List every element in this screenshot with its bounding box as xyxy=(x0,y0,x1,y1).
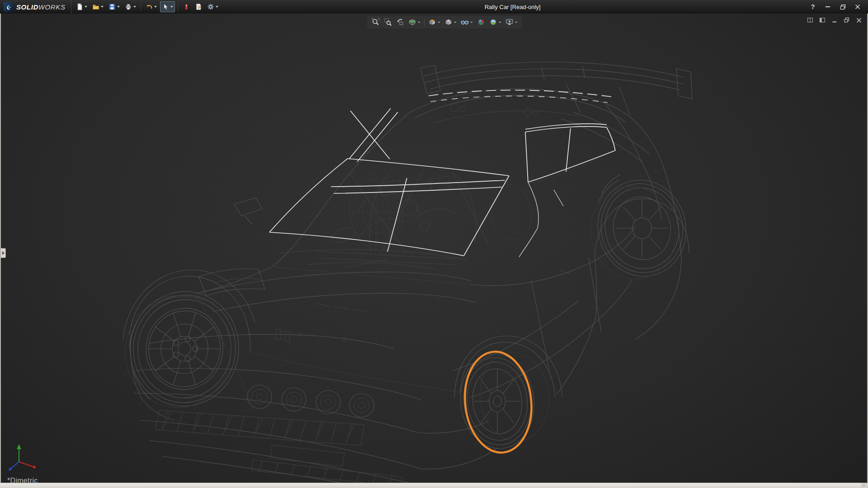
section-view-icon xyxy=(408,18,416,26)
options-gear-icon xyxy=(207,3,214,10)
zoom-to-fit-icon xyxy=(372,18,380,26)
zoom-to-area-icon xyxy=(384,18,392,26)
brand: SOLIDWORKS xyxy=(0,0,71,14)
close-button[interactable] xyxy=(854,3,862,11)
split-pane-button[interactable] xyxy=(807,17,814,24)
restore-button[interactable] xyxy=(839,3,847,11)
dropdown-arrow-icon xyxy=(170,6,173,8)
dropdown-arrow-icon xyxy=(438,22,440,23)
brand-name-bold: SOLID xyxy=(16,3,38,11)
previous-view-button[interactable] xyxy=(396,17,405,27)
dropdown-arrow-icon xyxy=(154,6,157,8)
toolbar-separator xyxy=(178,3,178,11)
dropdown-arrow-icon xyxy=(85,6,87,8)
display-pane-button[interactable] xyxy=(819,17,826,24)
dropdown-arrow-icon xyxy=(117,6,120,8)
section-view-button[interactable] xyxy=(408,17,421,27)
print-icon xyxy=(125,3,132,10)
brand-name-light: WORKS xyxy=(38,3,66,11)
titlebar: SOLIDWORKS xyxy=(0,0,868,14)
print-button[interactable] xyxy=(123,1,138,12)
zoom-to-area-button[interactable] xyxy=(383,17,392,27)
statusbar xyxy=(0,483,868,488)
select-button[interactable] xyxy=(160,1,175,12)
edit-appearance-button[interactable] xyxy=(476,17,486,27)
close-icon xyxy=(855,4,860,9)
car-wheels-group xyxy=(123,171,696,453)
document-window-controls xyxy=(807,17,863,24)
save-button[interactable] xyxy=(107,1,122,12)
dropdown-arrow-icon xyxy=(454,22,457,23)
display-style-button[interactable] xyxy=(444,17,457,27)
doc-close-button[interactable] xyxy=(855,17,863,24)
triad-y-arrow xyxy=(17,444,21,449)
save-icon xyxy=(108,3,116,10)
edit-appearance-icon xyxy=(477,18,485,26)
chevron-right-icon xyxy=(2,251,5,255)
doc-minimize-button[interactable] xyxy=(831,17,838,24)
dropdown-arrow-icon xyxy=(470,22,473,23)
restore-icon xyxy=(840,4,846,10)
help-icon: ? xyxy=(811,3,815,10)
select-cursor-icon xyxy=(162,3,169,10)
split-pane-icon xyxy=(807,17,813,23)
dassault-3ds-logo-icon xyxy=(4,2,13,12)
car-highlight-edges-group xyxy=(269,90,615,258)
close-icon xyxy=(856,17,862,23)
view-settings-button[interactable] xyxy=(505,17,518,27)
wireframe-scene xyxy=(0,14,868,483)
view-settings-icon xyxy=(505,18,514,26)
apply-scene-icon xyxy=(489,18,497,26)
undo-icon xyxy=(146,3,153,10)
options-button[interactable] xyxy=(205,1,220,12)
xpress-products-icon xyxy=(183,3,190,10)
orientation-triad xyxy=(9,444,36,470)
toolbar-separator xyxy=(424,19,425,26)
view-orientation-icon xyxy=(428,18,436,26)
undo-button[interactable] xyxy=(144,1,159,12)
xpress-products-button[interactable] xyxy=(181,1,192,12)
dropdown-arrow-icon xyxy=(499,22,501,23)
dropdown-arrow-icon xyxy=(101,6,104,8)
minimize-button[interactable] xyxy=(824,3,832,11)
solidworks-window: SOLIDWORKS xyxy=(0,0,868,488)
new-document-button[interactable] xyxy=(74,1,89,12)
new-document-icon xyxy=(76,3,83,10)
dropdown-arrow-icon xyxy=(216,6,218,8)
hide-show-items-button[interactable] xyxy=(460,17,473,27)
graphics-viewport[interactable]: *Dimetric xyxy=(0,14,868,483)
help-button[interactable]: ? xyxy=(809,3,817,11)
restore-icon xyxy=(844,17,850,23)
window-controls: ? xyxy=(802,3,868,11)
triad-x-axis xyxy=(19,462,33,467)
minimize-icon xyxy=(831,17,838,23)
file-properties-button[interactable] xyxy=(193,1,204,12)
view-orientation-button[interactable] xyxy=(428,17,441,27)
hide-show-items-icon xyxy=(461,18,469,26)
doc-restore-button[interactable] xyxy=(843,17,850,24)
triad-z-axis xyxy=(11,462,19,469)
file-properties-icon xyxy=(195,3,202,10)
dropdown-arrow-icon xyxy=(418,22,420,23)
dropdown-arrow-icon xyxy=(515,22,518,23)
open-button[interactable] xyxy=(90,1,105,12)
featuremanager-flyout-tab[interactable] xyxy=(1,248,6,258)
headsup-view-toolbar xyxy=(367,16,522,28)
window-title: Rally Car [Read-only] xyxy=(223,4,802,10)
dropdown-arrow-icon xyxy=(133,6,136,8)
zoom-to-fit-button[interactable] xyxy=(371,17,380,27)
main-toolbar xyxy=(71,0,223,14)
car-body-group xyxy=(123,62,692,483)
apply-scene-button[interactable] xyxy=(489,17,502,27)
view-orientation-label: *Dimetric xyxy=(7,477,38,483)
toolbar-separator xyxy=(141,3,141,11)
display-style-icon xyxy=(444,18,453,26)
resize-grip[interactable] xyxy=(861,483,867,487)
minimize-icon xyxy=(826,6,830,7)
brand-name: SOLIDWORKS xyxy=(16,3,66,11)
previous-view-icon xyxy=(396,18,404,26)
display-pane-icon xyxy=(819,17,826,23)
open-icon xyxy=(92,3,99,10)
